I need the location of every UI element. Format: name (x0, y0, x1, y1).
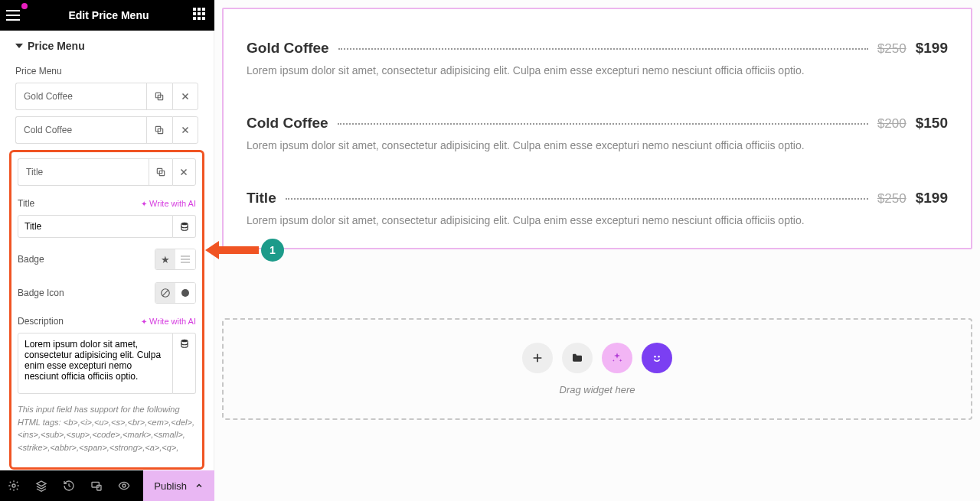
svg-rect-10 (92, 482, 99, 487)
svg-point-9 (12, 484, 15, 487)
write-with-ai-button[interactable]: ✦Write with AI (141, 317, 196, 326)
menu-item-old-price: $250 (877, 191, 906, 207)
dynamic-tags-button[interactable] (173, 333, 196, 394)
add-widget-button[interactable] (522, 343, 553, 373)
ai-sparkle-button[interactable] (602, 343, 632, 373)
page-title: Edit Price Menu (24, 9, 193, 21)
item-name-input[interactable] (15, 116, 146, 144)
dynamic-tags-button[interactable] (173, 215, 196, 238)
badge-icon-none-option[interactable] (155, 283, 175, 303)
assistant-button[interactable] (642, 343, 672, 373)
duplicate-button[interactable] (146, 116, 172, 144)
section-header[interactable]: Price Menu (0, 31, 214, 61)
badge-toggle: ★ (155, 249, 196, 270)
sparkle-icon: ✦ (141, 317, 147, 326)
item-name-input[interactable] (18, 158, 149, 186)
list-item (15, 83, 198, 110)
expanded-item-panel: Title ✦Write with AI Badge ★ (9, 150, 204, 470)
svg-point-8 (181, 340, 187, 343)
menu-item: Gold Coffee $250 $199 Lorem ipsum dolor … (247, 24, 948, 99)
menu-item-price: $199 (916, 40, 948, 57)
delete-button[interactable] (172, 158, 196, 186)
responsive-icon[interactable] (83, 470, 110, 501)
section-sublabel: Price Menu (0, 61, 214, 83)
menu-item: Title $250 $199 Lorem ipsum dolor sit am… (247, 174, 948, 240)
svg-point-6 (181, 223, 187, 226)
section-title: Price Menu (28, 40, 85, 52)
publish-button[interactable]: Publish (143, 470, 214, 501)
svg-point-14 (654, 356, 656, 358)
sidebar: Price Menu Price Menu (0, 31, 214, 501)
write-with-ai-button[interactable]: ✦Write with AI (141, 199, 196, 208)
description-textarea[interactable]: Lorem ipsum dolor sit amet, consectetur … (18, 333, 173, 394)
badge-star-option[interactable]: ★ (155, 249, 175, 269)
title-input[interactable] (18, 215, 173, 238)
menu-item-price: $199 (916, 190, 948, 207)
folder-button[interactable] (562, 343, 593, 373)
bottom-toolbar: Publish (0, 470, 214, 501)
history-icon[interactable] (55, 470, 83, 501)
layers-icon[interactable] (28, 470, 55, 501)
svg-point-13 (651, 352, 664, 365)
delete-button[interactable] (172, 83, 198, 110)
badge-icon-dot-option[interactable] (175, 283, 195, 303)
title-field-label: Title (18, 198, 34, 209)
menu-item-price: $150 (916, 115, 948, 132)
menu-item-description: Lorem ipsum dolor sit amet, consectetur … (247, 139, 948, 151)
dotted-divider (338, 48, 868, 50)
price-menu-widget[interactable]: Gold Coffee $250 $199 Lorem ipsum dolor … (222, 8, 972, 249)
menu-item-old-price: $250 (877, 41, 906, 57)
list-item (18, 158, 196, 186)
menu-item-title: Title (247, 190, 276, 207)
menu-item-description: Lorem ipsum dolor sit amet, consectetur … (247, 214, 948, 226)
dotted-divider (338, 123, 868, 125)
preview-canvas: Gold Coffee $250 $199 Lorem ipsum dolor … (214, 0, 980, 501)
menu-item-title: Gold Coffee (247, 40, 329, 57)
svg-point-15 (658, 356, 660, 358)
svg-point-12 (122, 484, 126, 487)
dotted-divider (286, 198, 868, 200)
delete-button[interactable] (172, 116, 198, 144)
apps-grid-icon[interactable] (193, 8, 208, 23)
menu-icon[interactable] (6, 6, 24, 24)
badge-icon-field-label: Badge Icon (18, 288, 64, 298)
badge-icon-toggle (155, 282, 196, 304)
menu-item: Cold Coffee $200 $150 Lorem ipsum dolor … (247, 99, 948, 174)
menu-item-description: Lorem ipsum dolor sit amet, consectetur … (247, 64, 948, 76)
settings-icon[interactable] (0, 470, 28, 501)
badge-lines-option[interactable] (175, 249, 195, 269)
chevron-down-icon (15, 44, 23, 48)
preview-icon[interactable] (110, 470, 138, 501)
drop-zone-label: Drag widget here (247, 384, 948, 395)
duplicate-button[interactable] (146, 83, 172, 110)
list-item (15, 116, 198, 144)
duplicate-button[interactable] (149, 158, 172, 186)
menu-item-old-price: $200 (877, 116, 906, 132)
sparkle-icon: ✦ (141, 200, 147, 208)
menu-item-title: Cold Coffee (247, 115, 328, 132)
html-hint-text: This input field has support for the fol… (18, 399, 196, 461)
topbar: Edit Price Menu (0, 0, 214, 31)
item-name-input[interactable] (15, 83, 146, 110)
badge-field-label: Badge (18, 254, 44, 265)
widget-drop-zone[interactable]: Drag widget here (222, 318, 972, 420)
description-field-label: Description (18, 316, 64, 327)
